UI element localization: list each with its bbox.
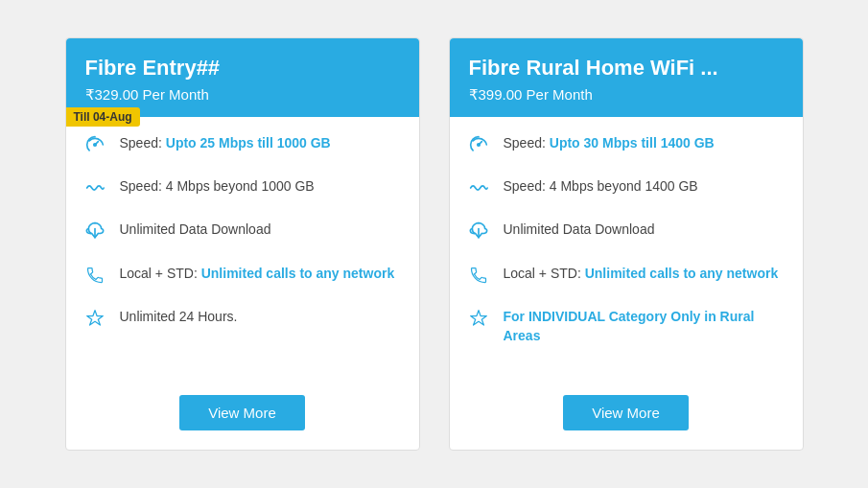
promo-badge: Till 04-Aug	[66, 107, 140, 127]
card-title: Fibre Rural Home WiFi ...	[469, 56, 784, 81]
feature-text: Unlimited Data Download	[120, 221, 271, 240]
svg-point-0	[93, 143, 96, 146]
view-more-button[interactable]: View More	[179, 395, 305, 430]
star-icon	[469, 309, 494, 334]
feature-row: Speed: 4 Mbps beyond 1400 GB	[469, 177, 784, 203]
card-2-body: Speed: Upto 30 Mbps till 1400 GB Speed: …	[450, 117, 803, 381]
card-1-footer: View More	[66, 380, 419, 450]
download-icon	[469, 221, 494, 246]
view-more-button[interactable]: View More	[563, 395, 689, 430]
feature-row: Speed: Upto 30 Mbps till 1400 GB	[469, 134, 784, 160]
feature-row: For INDIVIDUAL Category Only in Rural Ar…	[469, 308, 784, 345]
svg-point-2	[477, 143, 480, 146]
feature-row: Unlimited Data Download	[85, 221, 400, 246]
feature-text: Local + STD: Unlimited calls to any netw…	[120, 265, 395, 284]
download-icon	[85, 221, 110, 246]
card-2-footer: View More	[450, 380, 803, 450]
feature-text: For INDIVIDUAL Category Only in Rural Ar…	[504, 308, 784, 345]
speed-icon	[85, 135, 110, 160]
pricing-card-1: Till 04-Aug Fibre Entry## ₹329.00 Per Mo…	[65, 37, 420, 452]
price-amount: ₹399.00	[469, 86, 523, 103]
feature-row: Local + STD: Unlimited calls to any netw…	[85, 265, 400, 290]
feature-text: Speed: 4 Mbps beyond 1400 GB	[504, 177, 698, 197]
price-suffix: Per Month	[527, 86, 593, 103]
feature-row: Speed: Upto 25 Mbps till 1000 GB	[85, 134, 400, 160]
card-2-header: Fibre Rural Home WiFi ... ₹399.00 Per Mo…	[450, 38, 803, 117]
price-amount: ₹329.00	[85, 86, 139, 103]
card-price: ₹399.00 Per Month	[469, 86, 784, 104]
feature-row: Local + STD: Unlimited calls to any netw…	[469, 265, 784, 290]
card-price: ₹329.00 Per Month	[85, 86, 400, 104]
phone-icon	[469, 266, 494, 290]
card-1-header: Fibre Entry## ₹329.00 Per Month	[66, 38, 419, 117]
feature-text: Speed: Upto 30 Mbps till 1400 GB	[504, 134, 715, 153]
feature-text: Unlimited 24 Hours.	[120, 308, 238, 327]
feature-row: Unlimited 24 Hours.	[85, 308, 400, 334]
feature-text: Local + STD: Unlimited calls to any netw…	[504, 265, 779, 284]
feature-text: Speed: Upto 25 Mbps till 1000 GB	[120, 134, 331, 153]
speed-icon	[469, 135, 494, 160]
wave-icon	[85, 178, 110, 203]
card-1-body: Speed: Upto 25 Mbps till 1000 GB Speed: …	[66, 117, 419, 381]
phone-icon	[85, 266, 110, 290]
feature-text: Speed: 4 Mbps beyond 1000 GB	[120, 177, 315, 197]
feature-row: Speed: 4 Mbps beyond 1000 GB	[85, 177, 400, 203]
feature-row: Unlimited Data Download	[469, 221, 784, 246]
wave-icon	[469, 178, 494, 203]
pricing-card-2: Fibre Rural Home WiFi ... ₹399.00 Per Mo…	[449, 37, 804, 452]
card-title: Fibre Entry##	[85, 56, 400, 81]
feature-text: Unlimited Data Download	[504, 221, 655, 240]
pricing-cards-container: Till 04-Aug Fibre Entry## ₹329.00 Per Mo…	[36, 9, 833, 480]
price-suffix: Per Month	[143, 86, 209, 103]
star-icon	[85, 309, 110, 334]
